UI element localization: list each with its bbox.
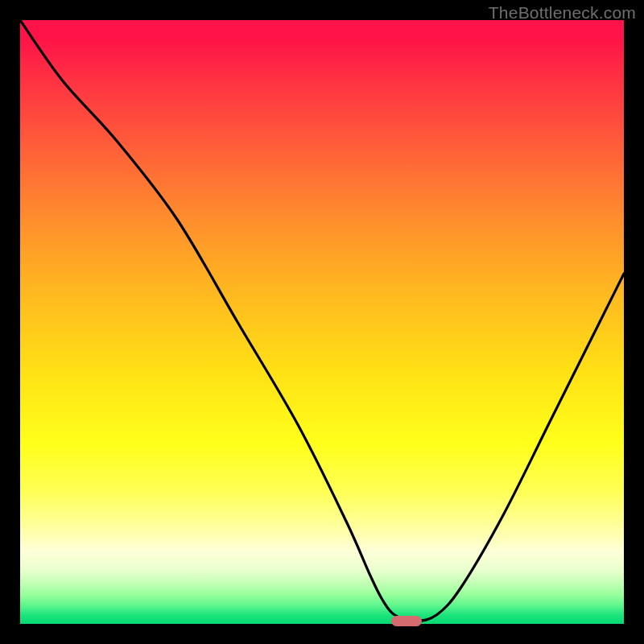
bottleneck-chart: TheBottleneck.com (0, 0, 644, 644)
optimal-marker (391, 616, 422, 626)
plot-area (20, 20, 624, 624)
bottleneck-curve-path (20, 20, 624, 621)
curve-svg (20, 20, 624, 624)
